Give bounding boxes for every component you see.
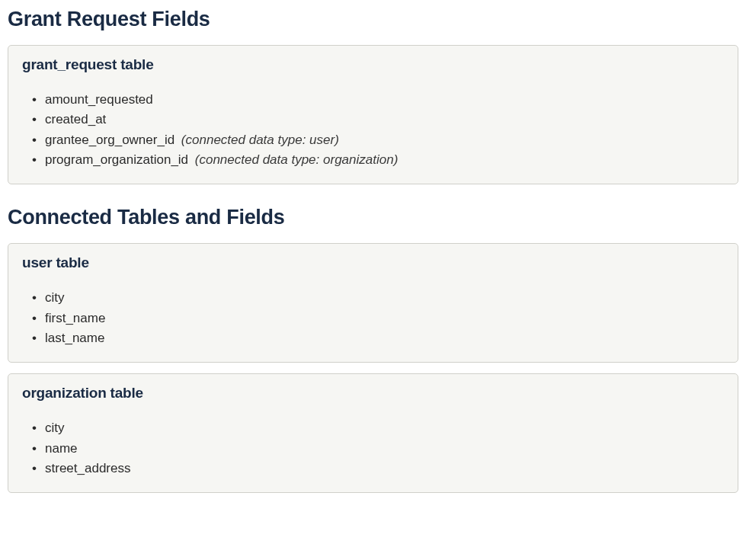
field-note: (connected data type: user) (181, 133, 339, 147)
list-item: created_at (45, 110, 724, 130)
field-name: amount_requested (45, 92, 153, 107)
section-heading-connected-tables-and-fields: Connected Tables and Fields (8, 206, 738, 229)
field-name: created_at (45, 112, 106, 126)
list-item: last_name (45, 328, 724, 348)
field-name: street_address (45, 461, 130, 475)
field-name: city (45, 290, 65, 305)
field-name: grantee_org_owner_id (45, 133, 174, 147)
list-item: street_address (45, 459, 724, 478)
list-item: amount_requested (45, 90, 724, 110)
field-list: amount_requested created_at grantee_org_… (22, 90, 724, 178)
card-title: grant_request table (22, 56, 724, 73)
field-name: city (45, 421, 65, 435)
card-organization-table: organization table city name street_addr… (8, 373, 738, 493)
field-note: (connected data type: organization) (195, 152, 399, 167)
field-list: city name street_address (22, 418, 724, 486)
card-title: user table (22, 254, 724, 271)
list-item: name (45, 439, 724, 459)
card-user-table: user table city first_name last_name (8, 243, 738, 363)
card-grant-request-table: grant_request table amount_requested cre… (8, 45, 738, 184)
field-name: program_organization_id (45, 152, 188, 167)
card-title: organization table (22, 385, 724, 402)
list-item: first_name (45, 309, 724, 328)
field-name: first_name (45, 311, 105, 325)
list-item: city (45, 418, 724, 438)
field-name: name (45, 441, 78, 456)
field-list: city first_name last_name (22, 288, 724, 356)
list-item: program_organization_id (connected data … (45, 150, 724, 170)
field-name: last_name (45, 331, 104, 345)
section-heading-grant-request-fields: Grant Request Fields (8, 8, 738, 31)
list-item: city (45, 288, 724, 308)
list-item: grantee_org_owner_id (connected data typ… (45, 130, 724, 150)
